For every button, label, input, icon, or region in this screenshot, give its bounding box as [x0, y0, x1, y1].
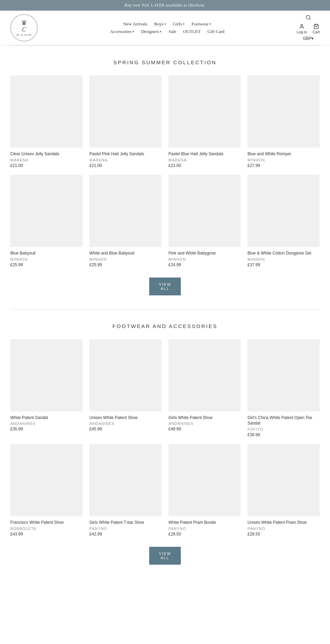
product-card[interactable]: White and Blue Babysuit MINHON £25.99 [89, 175, 162, 267]
nav-outlet[interactable]: OUTLET [183, 29, 201, 34]
product-brand: PANYNO [248, 527, 320, 531]
footwear-accessories-title: FOOTWEAR AND ACCESSORIES [10, 323, 320, 329]
currency-selector[interactable]: GBP▾ [303, 36, 314, 41]
product-card[interactable]: Girls White Patent Shoe ANDANINES £49.99 [168, 339, 241, 438]
product-brand: FOFITO [248, 427, 320, 431]
footwear-view-all-button[interactable]: VIEWALL [149, 547, 181, 565]
product-image [10, 175, 82, 247]
product-price: £25.99 [10, 262, 82, 267]
spring-summer-title: SPRING SUMMER COLLECTION [10, 59, 320, 65]
product-brand: MINHON [248, 257, 320, 261]
product-card[interactable]: Pastel Blue Hatt Jelly Sandals MARENA £2… [168, 76, 241, 168]
product-brand: MINHON [168, 257, 241, 261]
nav-row-1: New Arrivals Boys ▾ Girls ▾ Footwear ▾ [123, 21, 211, 27]
product-name: Clear Unisex Jelly Sandals [10, 151, 82, 157]
nav-accessories[interactable]: Accessories ▾ [110, 29, 134, 34]
product-brand: PANYNO [89, 527, 162, 531]
product-name: Unisex White Patent Shoe [89, 415, 162, 421]
spring-view-all-button[interactable]: VIEWALL [149, 278, 181, 295]
product-brand: MINHON [89, 257, 162, 261]
product-image [168, 175, 241, 247]
spring-summer-section: SPRING SUMMER COLLECTION Clear Unisex Je… [0, 46, 330, 309]
logo-initial: C [22, 26, 26, 33]
logo-subtext: de la mode [16, 33, 32, 36]
product-name: Unisex White Patent Pram Shoe [248, 520, 320, 526]
product-price: £37.99 [248, 262, 320, 267]
product-price: £21.00 [168, 163, 241, 168]
product-brand: MINHON [248, 158, 320, 162]
product-price: £27.99 [248, 163, 320, 168]
product-card[interactable]: White Patent Pram Bootie PANYNO £28.50 [168, 444, 241, 536]
accessories-dropdown-icon: ▾ [132, 30, 134, 33]
announcement-bar: Buy now PAY LATER available at checkout. [0, 0, 330, 11]
product-name: Francisco White Patent Shoe [10, 520, 82, 526]
product-image [248, 175, 320, 247]
product-card[interactable]: Pink and White Babygrow MINHON £24.99 [168, 175, 241, 267]
product-card[interactable]: White Patent Sandal ANDANINES £35.99 [10, 339, 82, 438]
product-name: Blue Babysuit [10, 250, 82, 256]
logo-circle: ♛ C de la mode [10, 14, 38, 42]
footwear-accessories-section: FOOTWEAR AND ACCESSORIES White Patent Sa… [0, 309, 330, 578]
nav-footwear[interactable]: Footwear ▾ [191, 21, 211, 27]
product-card[interactable]: Unisex White Patent Pram Shoe PANYNO £28… [248, 444, 320, 536]
product-brand: MARENA [89, 158, 162, 162]
product-price: £39.99 [248, 432, 320, 437]
svg-point-0 [306, 15, 310, 19]
product-card[interactable]: Blue & White Cotton Dungaree Set MINHON … [248, 175, 320, 267]
nav-designers[interactable]: Designers ▾ [141, 29, 162, 34]
product-image [89, 339, 162, 411]
product-name: White and Blue Babysuit [89, 250, 162, 256]
product-image [10, 339, 82, 411]
product-brand: ANDANINES [168, 421, 241, 426]
nav-gift-card[interactable]: Gift Card [207, 29, 224, 34]
product-price: £49.99 [168, 427, 241, 431]
product-brand: PANYNO [168, 527, 241, 531]
product-card[interactable]: Girl's Chica White Patent Open Toe Sanda… [248, 339, 320, 438]
svg-line-1 [309, 19, 310, 20]
product-card[interactable]: Clear Unisex Jelly Sandals MARENA £21.00 [10, 76, 82, 168]
logo-crown-icon: ♛ [21, 19, 27, 26]
product-price: £21.00 [10, 163, 82, 168]
announcement-text: Buy now PAY LATER available at checkout. [124, 3, 206, 8]
header-actions: Log in Cart GBP▾ [297, 15, 320, 41]
spring-view-all-container: VIEWALL [10, 278, 320, 295]
product-image [89, 444, 162, 516]
product-card[interactable]: Pastel Pink Hatt Jelly Sandals MARENA £2… [89, 76, 162, 168]
product-card[interactable]: Unisex White Patent Shoe ANDANINES £45.9… [89, 339, 162, 438]
nav-girls[interactable]: Girls ▾ [173, 21, 185, 27]
product-image [10, 444, 82, 516]
product-brand: ANDANINES [89, 421, 162, 426]
product-image [10, 76, 82, 148]
search-button[interactable] [306, 15, 311, 22]
product-brand: MINHON [10, 257, 82, 261]
nav-new-arrivals[interactable]: New Arrivals [123, 21, 147, 27]
nav-sale[interactable]: Sale [168, 29, 176, 34]
product-price: £21.00 [89, 163, 162, 168]
product-card[interactable]: Blue and White Romper MINHON £27.99 [248, 76, 320, 168]
girls-dropdown-icon: ▾ [183, 22, 185, 26]
product-image [89, 76, 162, 148]
product-name: Pastel Pink Hatt Jelly Sandals [89, 151, 162, 157]
cart-button[interactable]: Cart [312, 24, 320, 34]
spring-summer-grid: Clear Unisex Jelly Sandals MARENA £21.00… [10, 76, 320, 267]
login-button[interactable]: Log in [297, 24, 307, 34]
product-price: £28.50 [248, 532, 320, 536]
product-name: Girl's Chica White Patent Open Toe Sanda… [248, 415, 320, 427]
product-card[interactable]: Girls White Patent T-bar Shoe PANYNO £42… [89, 444, 162, 536]
nav-boys[interactable]: Boys ▾ [154, 21, 166, 27]
product-image [168, 339, 241, 411]
product-card[interactable]: Blue Babysuit MINHON £25.99 [10, 175, 82, 267]
product-card[interactable]: Francisco White Patent Shoe BORBOLETA £4… [10, 444, 82, 536]
header-icons-row: Log in Cart [297, 24, 320, 34]
product-name: Pink and White Babygrow [168, 250, 241, 256]
login-label: Log in [297, 30, 307, 34]
product-image [248, 76, 320, 148]
footwear-accessories-grid: White Patent Sandal ANDANINES £35.99 Uni… [10, 339, 320, 536]
product-brand: MARENA [168, 158, 241, 162]
product-name: Blue and White Romper [248, 151, 320, 157]
product-price: £24.99 [168, 262, 241, 267]
footwear-view-all-container: VIEWALL [10, 547, 320, 565]
logo[interactable]: ♛ C de la mode [10, 14, 38, 42]
nav-row-2: Accessories ▾ Designers ▾ Sale OUTLET Gi… [110, 29, 224, 34]
product-brand: ANDANINES [10, 421, 82, 426]
